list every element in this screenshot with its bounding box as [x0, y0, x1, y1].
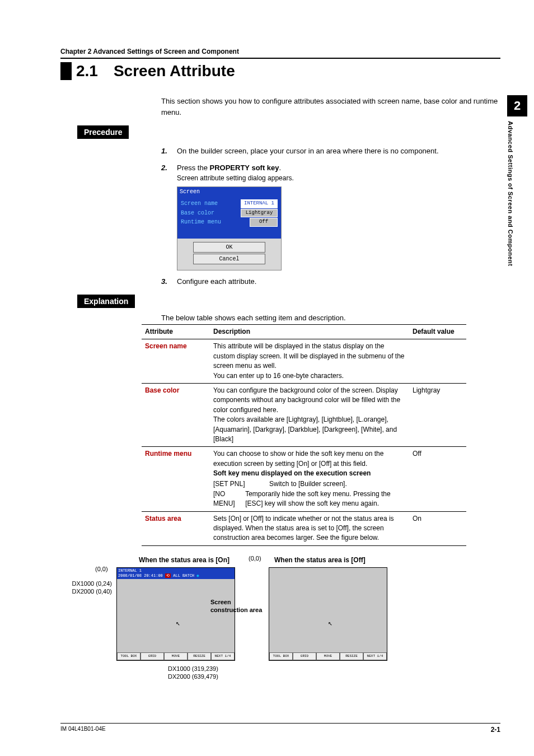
dialog-title: Screen [177, 187, 281, 197]
intro-paragraph: This section shows you how to configure … [161, 96, 500, 118]
base-color-field[interactable]: Lightgray [241, 209, 278, 218]
th-description: Description [210, 325, 409, 339]
chapter-header: Chapter 2 Advanced Settings of Screen an… [60, 48, 500, 59]
th-default: Default value [409, 325, 466, 339]
step-1: 1.On the builder screen, place your curs… [161, 146, 500, 157]
fig-on-title: When the status area is [On] [139, 556, 235, 564]
coord-label: (0,0) [249, 555, 261, 562]
section-heading: 2.1 Screen Attribute [60, 62, 500, 80]
softkeys: TOOL BOXGRIDMOVERESIZENEXT 1/4 [117, 652, 235, 660]
doc-id: IM 04L41B01-04E [60, 726, 106, 734]
cancel-button[interactable]: Cancel [193, 254, 265, 264]
table-intro: The below table shows each setting item … [161, 314, 500, 322]
screen-attribute-dialog: Screen Screen nameINTERNAL 1 Base colorL… [177, 186, 282, 270]
screen-name-field[interactable]: INTERNAL 1 [241, 199, 278, 208]
cursor-icon: ↖ [328, 619, 332, 628]
mock-screen-off: ↖ TOOL BOXGRIDMOVERESIZENEXT 1/4 [269, 567, 387, 661]
table-row: Base color You can configure the backgro… [142, 383, 466, 446]
th-attribute: Attribute [142, 325, 210, 339]
chapter-number-tab: 2 [507, 95, 527, 116]
ok-button[interactable]: OK [193, 242, 265, 253]
explanation-label: Explanation [77, 295, 500, 308]
page-footer: IM 04L41B01-04E 2-1 [60, 723, 500, 734]
side-tab: 2 Advanced Settings of Screen and Compon… [507, 95, 527, 266]
table-row: Runtime menu You can choose to show or h… [142, 447, 466, 511]
table-row: Status area Sets [On] or [Off] to indica… [142, 511, 466, 545]
coord-label: DX1000 (0,24)DX2000 (0,40) [58, 580, 112, 596]
screen-construction-area-label: Screen construction area [210, 598, 266, 614]
heading-number: 2.1 [76, 62, 98, 80]
page-number: 2-1 [491, 726, 500, 734]
chapter-title-vertical: Advanced Settings of Screen and Componen… [507, 121, 514, 266]
step-3: 3.Configure each attribute. [161, 276, 500, 287]
coord-label: (0,0) [95, 566, 108, 572]
heading-marker [60, 62, 72, 80]
cursor-icon: ↖ [176, 619, 180, 628]
precedure-label: Precedure [77, 125, 500, 139]
runtime-menu-field[interactable]: Off [250, 218, 278, 227]
figures: When the status area is [On] (0,0) DX100… [116, 556, 500, 661]
fig-off-title: When the status area is [Off] [274, 556, 387, 564]
step-2: 2. Press the PROPERTY soft key. Screen a… [161, 162, 500, 270]
table-row: Screen name This attribute will be displ… [142, 339, 466, 384]
heading-title: Screen Attribute [114, 62, 235, 80]
coord-label: DX1000 (319,239)DX2000 (639,479) [168, 665, 263, 681]
softkeys: TOOL BOXGRIDMOVERESIZENEXT 1/4 [269, 652, 387, 660]
attribute-table: Attribute Description Default value Scre… [142, 324, 466, 546]
